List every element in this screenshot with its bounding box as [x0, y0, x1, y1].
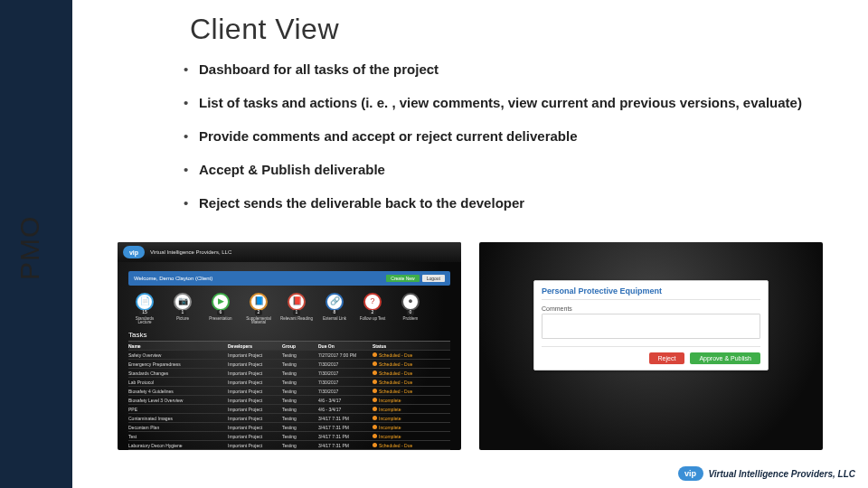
status-label: Follow up Test — [360, 317, 386, 322]
status-label: Picture — [176, 317, 189, 322]
dashboard-screenshot: vip Virtual Intelligence Providers, LLC … — [118, 242, 461, 450]
approval-screenshot: Personal Protective Equipment Comments R… — [479, 242, 823, 450]
bullet-item: Reject sends the deliverable back to the… — [181, 188, 832, 218]
bullet-item: List of tasks and actions (i. e. , view … — [181, 88, 832, 117]
approve-publish-button[interactable]: Approve & Publish — [690, 352, 760, 364]
slide-title: Client View — [190, 13, 339, 46]
status-icon-glyph: 📕 — [288, 293, 306, 311]
status-icon-glyph: 🔗 — [326, 293, 344, 311]
table-row[interactable]: Lab ProtocolImportant ProjectTesting7/30… — [128, 378, 450, 387]
slide: PMO Client View Dashboard for all tasks … — [0, 0, 868, 488]
footer-logo: vip Virtual Intelligence Providers, LLC — [678, 466, 855, 481]
status-count: 1 — [179, 310, 187, 315]
status-icon[interactable]: 📄15Standards Lecture — [128, 293, 161, 325]
status-count: 2 — [369, 310, 377, 315]
table-header: NameDevelopersGroupDue OnStatus — [128, 342, 450, 351]
create-button[interactable]: Create New — [386, 275, 419, 282]
status-icon[interactable]: ?2Follow up Test — [356, 293, 389, 325]
status-icon[interactable]: ▶6Presentation — [204, 293, 237, 325]
status-icon[interactable]: 📘2Supplemental Material — [242, 293, 275, 325]
bullet-item: Dashboard for all tasks of the project — [181, 54, 832, 84]
status-count: 2 — [255, 310, 263, 315]
status-icon-glyph: ▶ — [212, 293, 230, 311]
comments-textarea[interactable] — [542, 314, 760, 339]
footer-company: Virtual Intelligence Providers, LLC — [709, 469, 855, 479]
status-count: 1 — [293, 310, 301, 315]
status-icon-glyph: 📘 — [250, 293, 268, 311]
table-row[interactable]: TestImportant ProjectTesting3/4/17 7:31 … — [128, 432, 450, 441]
status-count: 15 — [139, 310, 150, 315]
status-label: Supplemental Material — [242, 317, 275, 326]
vip-logo-icon: vip — [123, 246, 145, 258]
dash-welcome-bar: Welcome, Demo Clayton (Client) Create Ne… — [128, 271, 450, 286]
table-row[interactable]: Contaminated ImagesImportant ProjectTest… — [128, 414, 450, 423]
status-icon-glyph: ● — [401, 293, 420, 311]
table-row[interactable]: Biosafety 4 GuidelinesImportant ProjectT… — [128, 387, 450, 396]
approval-card: Personal Protective Equipment Comments R… — [533, 280, 769, 371]
tasks-table: NameDevelopersGroupDue OnStatusSafety Ov… — [128, 341, 450, 450]
table-row[interactable]: Laboratory Decon HygieneImportant Projec… — [128, 441, 450, 450]
status-count: 6 — [217, 310, 225, 315]
status-icon[interactable]: 📕1Relevant Reading — [280, 293, 313, 325]
status-label: Presentation — [209, 317, 231, 322]
status-label: Standards Lecture — [128, 317, 161, 326]
tasks-heading: Tasks — [128, 331, 450, 339]
welcome-text: Welcome, Demo Clayton (Client) — [134, 276, 212, 281]
status-icons-row: 📄15Standards Lecture📷1Picture▶6Presentat… — [128, 293, 450, 325]
table-row[interactable]: Standards ChangesImportant ProjectTestin… — [128, 369, 450, 378]
dash-header: vip Virtual Intelligence Providers, LLC — [118, 242, 461, 262]
vip-logo-icon: vip — [678, 466, 703, 481]
bullet-item: Provide comments and accept or reject cu… — [181, 121, 832, 151]
dash-company: Virtual Intelligence Providers, LLC — [150, 249, 231, 255]
status-icon[interactable]: ●0Problem — [394, 293, 427, 325]
status-count: 8 — [331, 310, 339, 315]
status-label: Relevant Reading — [280, 317, 313, 322]
logout-button[interactable]: Logout — [422, 275, 445, 282]
status-icon-glyph: 📄 — [136, 293, 154, 311]
table-row[interactable]: Decontam PlanImportant ProjectTesting3/4… — [128, 423, 450, 432]
status-label: External Link — [323, 317, 346, 322]
status-icon-glyph: 📷 — [174, 293, 192, 311]
status-label: Problem — [403, 317, 419, 322]
screenshots-row: vip Virtual Intelligence Providers, LLC … — [118, 242, 823, 450]
reject-button[interactable]: Reject — [649, 352, 685, 364]
comments-label: Comments — [542, 305, 760, 312]
status-count: 0 — [407, 310, 415, 315]
card-footer: Reject Approve & Publish — [542, 346, 760, 364]
status-icon[interactable]: 🔗8External Link — [318, 293, 351, 325]
table-row[interactable]: PPEImportant ProjectTesting4/6 - 3/4/17I… — [128, 405, 450, 414]
status-icon[interactable]: 📷1Picture — [166, 293, 199, 325]
bullet-list: Dashboard for all tasks of the project L… — [181, 54, 832, 221]
card-heading: Personal Protective Equipment — [542, 286, 760, 300]
table-row[interactable]: Emergency PreparednessImportant ProjectT… — [128, 360, 450, 369]
table-row[interactable]: Biosafety Level 3 OverviewImportant Proj… — [128, 396, 450, 405]
status-icon-glyph: ? — [363, 293, 382, 311]
bullet-item: Accept & Publish deliverable — [181, 155, 832, 184]
table-row[interactable]: Safety OverviewImportant ProjectTesting7… — [128, 351, 450, 360]
sidebar-label: PMO — [14, 216, 45, 280]
